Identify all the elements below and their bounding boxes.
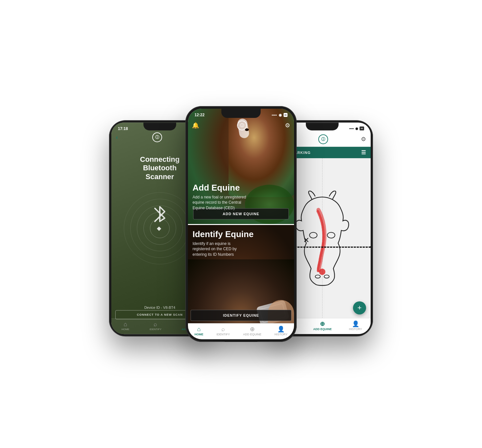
fab-add-button[interactable]: + [353,301,366,314]
right-add-equine-label: ADD EQUINE [313,327,332,331]
identify-equine-section: Identify Equine Identify if an equine is… [188,225,294,339]
bluetooth-svg [152,203,168,226]
add-equine-description: Add a new foal or unregistered equine re… [193,195,251,211]
left-logo: ⓘ [152,132,162,142]
center-history-label: HISTORY [274,333,287,336]
center-tab-bar: ⌂ HOME ⌕ IDENTIFY ⊕ ADD EQUINE 👤 HISTORY [188,323,294,339]
right-wifi-icon: ◉ [355,127,358,130]
center-identify-label: IDENTIFY [216,333,230,336]
left-logo-text: ⓘ [155,135,159,140]
home-icon: ⌂ [123,321,127,327]
fab-plus-icon: + [358,304,362,312]
left-tab-identify[interactable]: ⌕ IDENTIFY [150,321,161,331]
center-tab-history[interactable]: 👤 HISTORY [274,326,287,336]
right-logo: ⓘ [318,134,328,144]
left-tab-identify-label: IDENTIFY [150,328,161,331]
center-phone-screen: 12:22 ▪▪▪▪ ◉ ▪▪ [188,109,294,339]
center-home-label: HOME [195,333,203,336]
center-history-icon: 👤 [277,326,285,332]
identify-equine-description: Identify if an equine is registered on t… [193,241,248,257]
right-tab-add-equine[interactable]: ⊕ ADD EQUINE [313,321,332,331]
phones-scene: 17:18 ▪▪▪ ◉ ▪ ‹ ⓘ [45,28,437,420]
center-identify-icon: ⌕ [221,326,225,332]
center-battery-icon: ▪▪ [284,113,287,117]
left-tab-home-label: HOME [121,328,129,331]
center-home-icon: ⌂ [197,326,201,332]
center-time: 12:22 [195,113,205,117]
identify-equine-button[interactable]: IDENTIFY EQUINE [191,310,291,321]
identify-equine-text: Identify Equine Identify if an equine is… [193,230,289,257]
bluetooth-mark [152,203,168,228]
identify-equine-title: Identify Equine [193,230,289,239]
left-time: 17:18 [118,126,128,131]
right-logo-text: ⓘ [321,137,325,142]
center-top-logo: ⓘ [237,121,247,130]
center-tab-identify[interactable]: ⌕ IDENTIFY [216,326,230,336]
right-settings-icon[interactable]: ⚙ [361,136,366,143]
right-tab-history[interactable]: 👤 HISTORY [349,321,362,331]
right-battery-icon: ▪▪ [360,126,364,130]
center-tab-add-equine[interactable]: ⊕ ADD EQUINE [243,326,261,336]
right-notch [306,122,339,130]
add-equine-text: Add Equine Add a new foal or unregistere… [193,183,251,211]
svg-point-0 [315,275,321,278]
center-tab-home[interactable]: ⌂ HOME [195,326,203,336]
right-history-label: HISTORY [349,327,362,331]
back-arrow-icon[interactable]: ‹ [116,134,118,141]
center-screen-content: 12:22 ▪▪▪▪ ◉ ▪▪ [188,109,294,339]
center-add-equine-label: ADD EQUINE [243,333,261,336]
svg-point-1 [324,275,329,278]
center-logo-text: ⓘ [240,123,244,128]
right-status-icons: ▪▪▪▪ ◉ ▪▪ [349,126,364,130]
section-divider [188,224,294,225]
hamburger-icon[interactable]: ☰ [361,149,366,156]
svg-point-3 [327,232,335,238]
center-add-equine-icon: ⊕ [250,326,255,332]
identify-icon: ⌕ [154,321,157,327]
settings-icon-top[interactable]: ⚙ [285,122,290,129]
add-equine-header-icons: 🔔 ⓘ ⚙ [192,121,290,130]
right-signal-icon: ▪▪▪▪ [349,127,354,130]
right-history-icon: 👤 [352,321,359,327]
center-phone: 12:22 ▪▪▪▪ ◉ ▪▪ [185,106,297,342]
right-add-equine-icon: ⊕ [320,321,325,327]
center-wifi-icon: ◉ [279,113,282,117]
center-signal-icon: ▪▪▪▪ [272,113,277,117]
add-equine-section: 🔔 ⓘ ⚙ Add Equine Add a new foal or unreg… [188,109,294,224]
bell-icon[interactable]: 🔔 [192,122,199,129]
left-notch [143,122,176,130]
left-tab-home[interactable]: ⌂ HOME [121,321,129,331]
svg-point-2 [309,232,317,238]
crosshair-v [322,158,323,334]
center-status-bar: 12:22 ▪▪▪▪ ◉ ▪▪ [188,109,294,117]
add-equine-title: Add Equine [193,183,251,193]
center-status-icons: ▪▪▪▪ ◉ ▪▪ [272,113,287,117]
